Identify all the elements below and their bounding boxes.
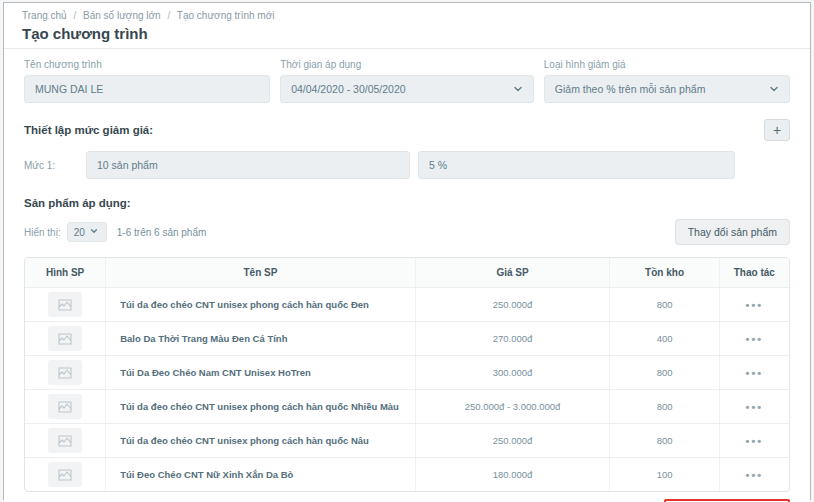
table-row: Túi Da Đeo Chéo Nam CNT Unisex HoTren 30… bbox=[25, 355, 789, 389]
product-image-cell bbox=[25, 458, 105, 491]
chevron-down-icon bbox=[769, 84, 779, 94]
product-stock: 800 bbox=[609, 356, 718, 389]
product-price: 250.000đ bbox=[415, 288, 610, 321]
discount-type-label: Loại hình giảm giá bbox=[544, 59, 790, 70]
broken-image-icon bbox=[48, 394, 82, 419]
product-name: Túi Da Đeo Chéo Nam CNT Unisex HoTren bbox=[105, 356, 414, 389]
product-actions-cell: ••• bbox=[719, 424, 789, 457]
products-controls: Hiển thị: 20 1-6 trên 6 sản phẩm Thay đổ… bbox=[24, 219, 790, 245]
product-image-cell bbox=[25, 390, 105, 423]
row-actions-button[interactable]: ••• bbox=[746, 367, 764, 379]
broken-image-icon bbox=[48, 360, 82, 385]
product-actions-cell: ••• bbox=[719, 288, 789, 321]
chevron-down-icon bbox=[513, 84, 523, 94]
product-stock: 800 bbox=[609, 390, 718, 423]
products-header: Sản phẩm áp dụng: bbox=[24, 197, 790, 209]
product-actions-cell: ••• bbox=[719, 322, 789, 355]
column-header-stock: Tồn kho bbox=[609, 258, 718, 287]
product-stock: 800 bbox=[609, 288, 718, 321]
product-price: 250.000đ bbox=[415, 424, 610, 457]
row-actions-button[interactable]: ••• bbox=[746, 333, 764, 345]
program-form: Tên chương trình MUNG DAI LE Thời gian á… bbox=[24, 59, 790, 103]
table-row: Túi Đeo Chéo CNT Nữ Xinh Xắn Da Bò 180.0… bbox=[25, 457, 789, 491]
broken-image-icon bbox=[48, 326, 82, 351]
program-name-value: MUNG DAI LE bbox=[35, 83, 259, 95]
product-name: Balo Da Thời Trang Màu Đen Cá Tính bbox=[105, 322, 414, 355]
product-actions-cell: ••• bbox=[719, 356, 789, 389]
table-header-row: Hình SP Tên SP Giá SP Tồn kho Thao tác bbox=[25, 258, 789, 287]
level-percent-value: 5 % bbox=[429, 159, 724, 171]
program-name-field-group: Tên chương trình MUNG DAI LE bbox=[24, 59, 270, 103]
product-stock: 100 bbox=[609, 458, 718, 491]
product-name: Túi da đeo chéo CNT unisex phong cách hà… bbox=[105, 288, 414, 321]
main-content: Tên chương trình MUNG DAI LE Thời gian á… bbox=[4, 49, 810, 502]
row-actions-button[interactable]: ••• bbox=[746, 469, 764, 481]
product-price: 270.000đ bbox=[415, 322, 610, 355]
page-size-value: 20 bbox=[74, 227, 85, 238]
table-row: Túi da đeo chéo CNT unisex phong cách hà… bbox=[25, 423, 789, 457]
product-name: Túi da đeo chéo CNT unisex phong cách hà… bbox=[105, 424, 414, 457]
product-image-cell bbox=[25, 424, 105, 457]
period-field-group: Thời gian áp dụng 04/04/2020 - 30/05/202… bbox=[280, 59, 534, 103]
row-actions-button[interactable]: ••• bbox=[746, 401, 764, 413]
broken-image-icon bbox=[48, 292, 82, 317]
breadcrumb-separator: / bbox=[167, 10, 170, 21]
product-actions-cell: ••• bbox=[719, 390, 789, 423]
discount-setup-title: Thiết lập mức giảm giá: bbox=[24, 124, 153, 136]
period-label: Thời gian áp dụng bbox=[280, 59, 534, 70]
product-table-body: Túi da đeo chéo CNT unisex phong cách hà… bbox=[25, 287, 789, 491]
pagination-range-text: 1-6 trên 6 sản phẩm bbox=[117, 227, 207, 238]
level-label: Mức 1: bbox=[24, 160, 86, 171]
product-price: 250.000đ - 3.000.000đ bbox=[415, 390, 610, 423]
page-title: Tạo chương trình bbox=[22, 25, 792, 42]
discount-type-field-group: Loại hình giảm giá Giảm theo % trên mỗi … bbox=[544, 59, 790, 103]
table-row: Túi da đeo chéo CNT unisex phong cách hà… bbox=[25, 287, 789, 321]
show-label: Hiển thị: bbox=[24, 227, 61, 238]
breadcrumb-home[interactable]: Trang chủ bbox=[22, 10, 67, 21]
row-actions-button[interactable]: ••• bbox=[746, 299, 764, 311]
broken-image-icon bbox=[48, 428, 82, 453]
discount-setup-header: Thiết lập mức giảm giá: + bbox=[24, 119, 790, 141]
product-price: 300.000đ bbox=[415, 356, 610, 389]
discount-level-row: Mức 1: 10 sản phẩm 5 % bbox=[24, 151, 790, 179]
product-name: Túi Đeo Chéo CNT Nữ Xinh Xắn Da Bò bbox=[105, 458, 414, 491]
program-name-label: Tên chương trình bbox=[24, 59, 270, 70]
page-header: Trang chủ / Bán số lượng lớn / Tạo chươn… bbox=[4, 3, 810, 49]
product-price: 180.000đ bbox=[415, 458, 610, 491]
product-image-cell bbox=[25, 356, 105, 389]
period-value: 04/04/2020 - 30/05/2020 bbox=[291, 83, 507, 95]
column-header-actions: Thao tác bbox=[719, 258, 789, 287]
breadcrumb-current: Tạo chương trình mới bbox=[177, 10, 275, 21]
row-actions-button[interactable]: ••• bbox=[746, 435, 764, 447]
table-row: Túi da đeo chéo CNT unisex phong cách hà… bbox=[25, 389, 789, 423]
product-image-cell bbox=[25, 322, 105, 355]
product-name: Túi da đeo chéo CNT unisex phong cách hà… bbox=[105, 390, 414, 423]
table-row: Balo Da Thời Trang Màu Đen Cá Tính 270.0… bbox=[25, 321, 789, 355]
column-header-price: Giá SP bbox=[415, 258, 610, 287]
period-select[interactable]: 04/04/2020 - 30/05/2020 bbox=[280, 75, 534, 103]
chevron-down-icon bbox=[90, 227, 100, 237]
add-level-button[interactable]: + bbox=[764, 119, 790, 141]
discount-type-select[interactable]: Giảm theo % trên mỗi sản phẩm bbox=[544, 75, 790, 103]
level-quantity-value: 10 sản phẩm bbox=[97, 159, 399, 171]
breadcrumb-bulk-sale[interactable]: Bán số lượng lớn bbox=[83, 10, 161, 21]
app-window: Trang chủ / Bán số lượng lớn / Tạo chươn… bbox=[3, 2, 811, 500]
breadcrumb: Trang chủ / Bán số lượng lớn / Tạo chươn… bbox=[22, 10, 792, 21]
change-products-button[interactable]: Thay đổi sản phẩm bbox=[675, 219, 790, 245]
program-name-input[interactable]: MUNG DAI LE bbox=[24, 75, 270, 103]
level-quantity-input[interactable]: 10 sản phẩm bbox=[86, 151, 410, 179]
product-stock: 800 bbox=[609, 424, 718, 457]
broken-image-icon bbox=[48, 462, 82, 487]
product-image-cell bbox=[25, 288, 105, 321]
level-percent-input[interactable]: 5 % bbox=[418, 151, 735, 179]
discount-type-value: Giảm theo % trên mỗi sản phẩm bbox=[555, 83, 763, 95]
page-size-select[interactable]: 20 bbox=[67, 222, 107, 242]
column-header-name: Tên SP bbox=[105, 258, 414, 287]
breadcrumb-separator: / bbox=[73, 10, 76, 21]
column-header-image: Hình SP bbox=[25, 258, 105, 287]
product-stock: 400 bbox=[609, 322, 718, 355]
products-table: Hình SP Tên SP Giá SP Tồn kho Thao tác T… bbox=[24, 257, 790, 492]
product-actions-cell: ••• bbox=[719, 458, 789, 491]
products-title: Sản phẩm áp dụng: bbox=[24, 197, 131, 209]
